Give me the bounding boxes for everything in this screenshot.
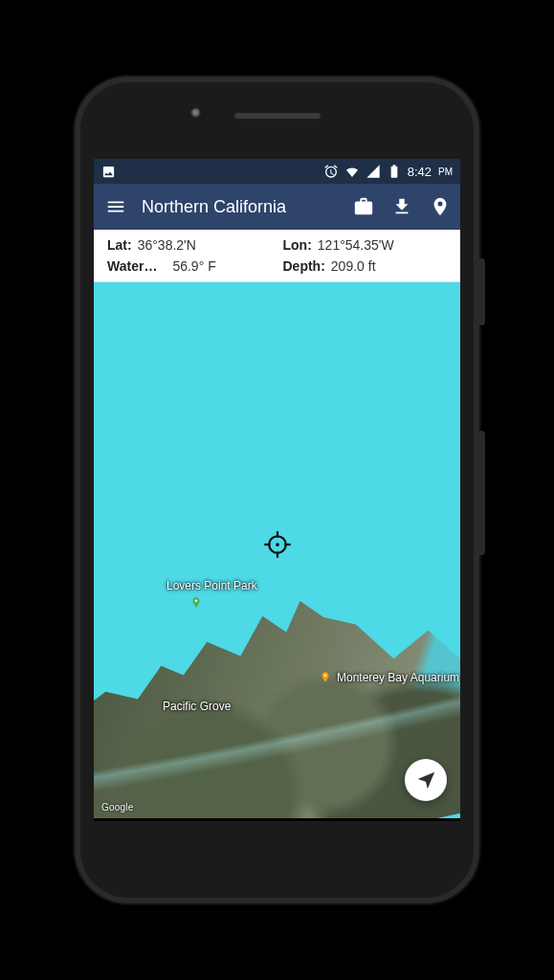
poi-lovers-point[interactable]: Lovers Point Park bbox=[189, 596, 203, 610]
depth-value: 209.0 ft bbox=[331, 258, 376, 274]
coastline bbox=[94, 455, 460, 818]
water-temp-readout: Water… 56.9° F bbox=[107, 258, 272, 274]
depth-readout: Depth: 209.0 ft bbox=[283, 258, 448, 274]
appbar: Northern California bbox=[94, 184, 460, 230]
poi-label: Lovers Point Park bbox=[166, 579, 257, 592]
location-button[interactable] bbox=[430, 196, 451, 217]
svg-point-1 bbox=[324, 674, 327, 677]
location-pin-icon bbox=[430, 196, 451, 217]
android-navbar bbox=[94, 818, 460, 821]
longitude-readout: Lon: 121°54.35'W bbox=[283, 237, 448, 253]
depth-label: Depth: bbox=[283, 258, 325, 274]
phone-volume-button bbox=[477, 431, 485, 555]
poi-pacific-grove[interactable]: Pacific Grove bbox=[163, 700, 231, 713]
water-temp-value: 56.9° F bbox=[172, 258, 215, 274]
water-temp-label: Water… bbox=[107, 258, 157, 274]
latitude-readout: Lat: 36°38.2'N bbox=[107, 237, 272, 253]
screenshot-notification-icon bbox=[101, 165, 116, 179]
crosshair-icon bbox=[263, 530, 292, 559]
download-button[interactable] bbox=[391, 196, 412, 217]
toolbox-button[interactable] bbox=[353, 196, 374, 217]
my-location-button[interactable] bbox=[405, 759, 447, 801]
hamburger-icon bbox=[105, 196, 126, 217]
navigation-arrow-icon bbox=[415, 769, 436, 791]
wifi-icon bbox=[344, 164, 360, 179]
map-pin-icon bbox=[319, 671, 332, 684]
download-icon bbox=[391, 196, 412, 217]
longitude-label: Lon: bbox=[283, 237, 312, 253]
battery-icon bbox=[387, 164, 402, 179]
signal-icon bbox=[366, 164, 381, 179]
latitude-value: 36°38.2'N bbox=[138, 237, 196, 253]
poi-monterey-bay-aquarium[interactable]: Monterey Bay Aquarium bbox=[319, 671, 459, 684]
latitude-label: Lat: bbox=[107, 237, 132, 253]
map-crosshair bbox=[263, 530, 292, 559]
phone-frame: 8:42PM Northern California bbox=[75, 77, 479, 903]
menu-button[interactable] bbox=[105, 196, 126, 217]
svg-point-0 bbox=[195, 599, 198, 602]
location-data-panel: Lat: 36°38.2'N Lon: 121°54.35'W Water… 5… bbox=[94, 230, 460, 282]
phone-camera bbox=[189, 107, 205, 122]
appbar-title: Northern California bbox=[142, 197, 338, 217]
briefcase-icon bbox=[353, 196, 374, 217]
phone-speaker bbox=[234, 113, 321, 119]
phone-power-button bbox=[477, 258, 485, 325]
screen: 8:42PM Northern California bbox=[94, 159, 460, 821]
map-view[interactable]: Lovers Point Park Pacific Grove Monterey… bbox=[94, 282, 460, 818]
statusbar-ampm: PM bbox=[438, 167, 453, 177]
map-attribution: Google bbox=[101, 802, 133, 813]
statusbar-time: 8:42 bbox=[408, 165, 432, 179]
svg-point-3 bbox=[276, 544, 279, 547]
statusbar: 8:42PM bbox=[94, 159, 460, 184]
alarm-icon bbox=[323, 164, 339, 179]
poi-label: Monterey Bay Aquarium bbox=[337, 671, 459, 684]
map-pin-icon bbox=[189, 596, 203, 610]
longitude-value: 121°54.35'W bbox=[318, 237, 394, 253]
poi-label: Pacific Grove bbox=[163, 700, 231, 713]
